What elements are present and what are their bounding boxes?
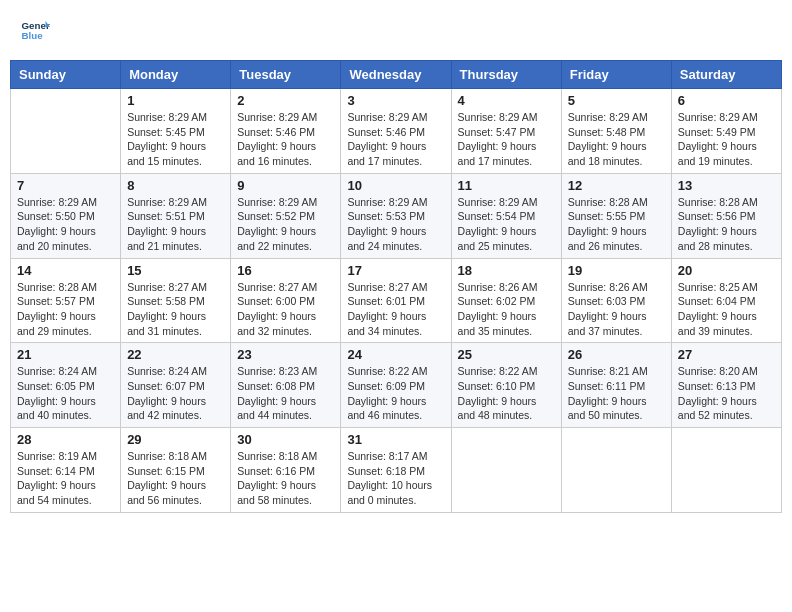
calendar-cell: 28Sunrise: 8:19 AMSunset: 6:14 PMDayligh… xyxy=(11,428,121,513)
day-number: 25 xyxy=(458,347,555,362)
day-header-monday: Monday xyxy=(121,61,231,89)
calendar-cell: 30Sunrise: 8:18 AMSunset: 6:16 PMDayligh… xyxy=(231,428,341,513)
day-info: Sunrise: 8:17 AMSunset: 6:18 PMDaylight:… xyxy=(347,449,444,508)
calendar-cell: 29Sunrise: 8:18 AMSunset: 6:15 PMDayligh… xyxy=(121,428,231,513)
day-number: 16 xyxy=(237,263,334,278)
calendar-week-2: 7Sunrise: 8:29 AMSunset: 5:50 PMDaylight… xyxy=(11,173,782,258)
calendar-cell: 9Sunrise: 8:29 AMSunset: 5:52 PMDaylight… xyxy=(231,173,341,258)
day-info: Sunrise: 8:29 AMSunset: 5:48 PMDaylight:… xyxy=(568,110,665,169)
calendar-cell: 7Sunrise: 8:29 AMSunset: 5:50 PMDaylight… xyxy=(11,173,121,258)
day-header-sunday: Sunday xyxy=(11,61,121,89)
day-number: 28 xyxy=(17,432,114,447)
day-info: Sunrise: 8:19 AMSunset: 6:14 PMDaylight:… xyxy=(17,449,114,508)
day-info: Sunrise: 8:29 AMSunset: 5:46 PMDaylight:… xyxy=(347,110,444,169)
calendar-cell: 5Sunrise: 8:29 AMSunset: 5:48 PMDaylight… xyxy=(561,89,671,174)
day-info: Sunrise: 8:29 AMSunset: 5:45 PMDaylight:… xyxy=(127,110,224,169)
day-info: Sunrise: 8:29 AMSunset: 5:47 PMDaylight:… xyxy=(458,110,555,169)
day-info: Sunrise: 8:27 AMSunset: 5:58 PMDaylight:… xyxy=(127,280,224,339)
calendar-cell: 4Sunrise: 8:29 AMSunset: 5:47 PMDaylight… xyxy=(451,89,561,174)
day-number: 11 xyxy=(458,178,555,193)
day-number: 9 xyxy=(237,178,334,193)
day-number: 3 xyxy=(347,93,444,108)
calendar-table: SundayMondayTuesdayWednesdayThursdayFrid… xyxy=(10,60,782,513)
calendar-cell: 21Sunrise: 8:24 AMSunset: 6:05 PMDayligh… xyxy=(11,343,121,428)
day-info: Sunrise: 8:23 AMSunset: 6:08 PMDaylight:… xyxy=(237,364,334,423)
day-number: 15 xyxy=(127,263,224,278)
calendar-cell: 27Sunrise: 8:20 AMSunset: 6:13 PMDayligh… xyxy=(671,343,781,428)
day-info: Sunrise: 8:28 AMSunset: 5:56 PMDaylight:… xyxy=(678,195,775,254)
day-number: 5 xyxy=(568,93,665,108)
day-number: 20 xyxy=(678,263,775,278)
day-info: Sunrise: 8:29 AMSunset: 5:50 PMDaylight:… xyxy=(17,195,114,254)
calendar-cell: 13Sunrise: 8:28 AMSunset: 5:56 PMDayligh… xyxy=(671,173,781,258)
page-header: General Blue xyxy=(10,10,782,50)
day-info: Sunrise: 8:29 AMSunset: 5:46 PMDaylight:… xyxy=(237,110,334,169)
day-number: 19 xyxy=(568,263,665,278)
calendar-cell: 22Sunrise: 8:24 AMSunset: 6:07 PMDayligh… xyxy=(121,343,231,428)
day-number: 8 xyxy=(127,178,224,193)
calendar-cell: 23Sunrise: 8:23 AMSunset: 6:08 PMDayligh… xyxy=(231,343,341,428)
calendar-cell: 1Sunrise: 8:29 AMSunset: 5:45 PMDaylight… xyxy=(121,89,231,174)
day-number: 6 xyxy=(678,93,775,108)
day-info: Sunrise: 8:27 AMSunset: 6:00 PMDaylight:… xyxy=(237,280,334,339)
day-number: 29 xyxy=(127,432,224,447)
day-number: 14 xyxy=(17,263,114,278)
day-number: 21 xyxy=(17,347,114,362)
day-info: Sunrise: 8:24 AMSunset: 6:05 PMDaylight:… xyxy=(17,364,114,423)
calendar-body: 1Sunrise: 8:29 AMSunset: 5:45 PMDaylight… xyxy=(11,89,782,513)
calendar-cell: 14Sunrise: 8:28 AMSunset: 5:57 PMDayligh… xyxy=(11,258,121,343)
day-info: Sunrise: 8:22 AMSunset: 6:09 PMDaylight:… xyxy=(347,364,444,423)
calendar-cell: 15Sunrise: 8:27 AMSunset: 5:58 PMDayligh… xyxy=(121,258,231,343)
calendar-header-row: SundayMondayTuesdayWednesdayThursdayFrid… xyxy=(11,61,782,89)
calendar-cell xyxy=(451,428,561,513)
calendar-cell: 12Sunrise: 8:28 AMSunset: 5:55 PMDayligh… xyxy=(561,173,671,258)
calendar-cell: 10Sunrise: 8:29 AMSunset: 5:53 PMDayligh… xyxy=(341,173,451,258)
day-number: 27 xyxy=(678,347,775,362)
day-number: 26 xyxy=(568,347,665,362)
day-header-thursday: Thursday xyxy=(451,61,561,89)
day-number: 22 xyxy=(127,347,224,362)
day-number: 4 xyxy=(458,93,555,108)
day-number: 17 xyxy=(347,263,444,278)
calendar-week-3: 14Sunrise: 8:28 AMSunset: 5:57 PMDayligh… xyxy=(11,258,782,343)
day-info: Sunrise: 8:28 AMSunset: 5:57 PMDaylight:… xyxy=(17,280,114,339)
logo-icon: General Blue xyxy=(20,15,50,45)
calendar-cell: 8Sunrise: 8:29 AMSunset: 5:51 PMDaylight… xyxy=(121,173,231,258)
calendar-cell: 3Sunrise: 8:29 AMSunset: 5:46 PMDaylight… xyxy=(341,89,451,174)
day-info: Sunrise: 8:21 AMSunset: 6:11 PMDaylight:… xyxy=(568,364,665,423)
day-info: Sunrise: 8:26 AMSunset: 6:02 PMDaylight:… xyxy=(458,280,555,339)
calendar-cell: 16Sunrise: 8:27 AMSunset: 6:00 PMDayligh… xyxy=(231,258,341,343)
day-info: Sunrise: 8:29 AMSunset: 5:52 PMDaylight:… xyxy=(237,195,334,254)
day-number: 23 xyxy=(237,347,334,362)
calendar-cell xyxy=(11,89,121,174)
calendar-cell: 19Sunrise: 8:26 AMSunset: 6:03 PMDayligh… xyxy=(561,258,671,343)
day-info: Sunrise: 8:26 AMSunset: 6:03 PMDaylight:… xyxy=(568,280,665,339)
day-info: Sunrise: 8:27 AMSunset: 6:01 PMDaylight:… xyxy=(347,280,444,339)
day-header-friday: Friday xyxy=(561,61,671,89)
calendar-cell: 17Sunrise: 8:27 AMSunset: 6:01 PMDayligh… xyxy=(341,258,451,343)
day-info: Sunrise: 8:22 AMSunset: 6:10 PMDaylight:… xyxy=(458,364,555,423)
calendar-cell: 18Sunrise: 8:26 AMSunset: 6:02 PMDayligh… xyxy=(451,258,561,343)
calendar-week-4: 21Sunrise: 8:24 AMSunset: 6:05 PMDayligh… xyxy=(11,343,782,428)
day-number: 1 xyxy=(127,93,224,108)
calendar-cell xyxy=(561,428,671,513)
day-info: Sunrise: 8:20 AMSunset: 6:13 PMDaylight:… xyxy=(678,364,775,423)
logo: General Blue xyxy=(20,15,50,45)
day-number: 7 xyxy=(17,178,114,193)
day-header-tuesday: Tuesday xyxy=(231,61,341,89)
day-number: 10 xyxy=(347,178,444,193)
day-number: 24 xyxy=(347,347,444,362)
svg-text:Blue: Blue xyxy=(22,30,44,41)
calendar-cell: 26Sunrise: 8:21 AMSunset: 6:11 PMDayligh… xyxy=(561,343,671,428)
day-info: Sunrise: 8:29 AMSunset: 5:49 PMDaylight:… xyxy=(678,110,775,169)
day-number: 12 xyxy=(568,178,665,193)
day-info: Sunrise: 8:18 AMSunset: 6:15 PMDaylight:… xyxy=(127,449,224,508)
calendar-cell: 6Sunrise: 8:29 AMSunset: 5:49 PMDaylight… xyxy=(671,89,781,174)
day-number: 13 xyxy=(678,178,775,193)
calendar-cell: 20Sunrise: 8:25 AMSunset: 6:04 PMDayligh… xyxy=(671,258,781,343)
calendar-cell: 24Sunrise: 8:22 AMSunset: 6:09 PMDayligh… xyxy=(341,343,451,428)
calendar-cell: 2Sunrise: 8:29 AMSunset: 5:46 PMDaylight… xyxy=(231,89,341,174)
day-number: 30 xyxy=(237,432,334,447)
calendar-week-1: 1Sunrise: 8:29 AMSunset: 5:45 PMDaylight… xyxy=(11,89,782,174)
day-info: Sunrise: 8:24 AMSunset: 6:07 PMDaylight:… xyxy=(127,364,224,423)
